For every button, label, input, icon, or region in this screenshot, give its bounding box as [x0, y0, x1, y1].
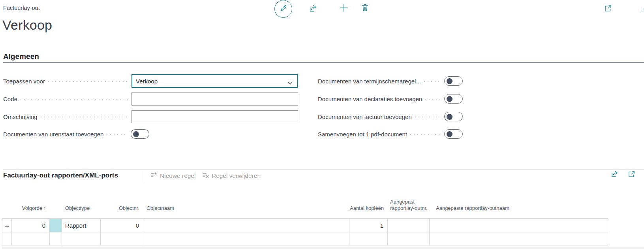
- col-header-aangepast-nr[interactable]: Aangepast rapportlay-outnr.: [388, 199, 430, 211]
- field-label: Code: [3, 96, 17, 102]
- field-row-declaraties: Documenten van declaraties toevoegen: [318, 92, 463, 106]
- cell-objectnr[interactable]: [101, 232, 143, 245]
- field-row-code: Code: [3, 92, 298, 106]
- termijnschema-toggle[interactable]: [444, 76, 463, 86]
- field-row-termijnschema: Documenten van termijnschemaregel...: [318, 74, 463, 88]
- field-label: Documenten van termijnschemaregel...: [318, 78, 421, 85]
- dotted-leader: [410, 134, 440, 135]
- field-row-samenvoegen: Samenvoegen tot 1 pdf-document: [318, 127, 463, 141]
- omschrijving-input[interactable]: [131, 110, 298, 123]
- grid-popout-button[interactable]: [627, 170, 636, 179]
- share-icon: [610, 170, 619, 179]
- table-row: [2, 232, 608, 245]
- edit-button[interactable]: [274, 0, 292, 18]
- col-header-objecttype[interactable]: Objecttype: [62, 205, 101, 211]
- section-divider: [3, 62, 644, 63]
- cell-objecttype[interactable]: [62, 232, 101, 245]
- col-header-volgorde[interactable]: Volgorde↑: [12, 205, 50, 211]
- vertical-divider: [144, 171, 144, 181]
- cell-row-indicator: [2, 232, 12, 245]
- page-title: Verkoop: [2, 17, 52, 33]
- new-line-button[interactable]: Nieuwe regel: [150, 172, 195, 180]
- subsection-top-divider: [3, 169, 644, 170]
- table-header-row: Volgorde↑ Objecttype Objectnr. Objectnaa…: [2, 194, 608, 214]
- combobox-value: Verkoop: [136, 78, 158, 85]
- delete-line-button[interactable]: Regel verwijderen: [202, 172, 261, 180]
- delete-line-icon: [202, 172, 209, 180]
- table-row: → 0 Rapport 0 1: [2, 219, 608, 232]
- cell-aantal-kopieen[interactable]: [349, 232, 388, 245]
- dotted-leader: [41, 117, 128, 117]
- cell-aantal-kopieen[interactable]: 1: [349, 219, 388, 232]
- chevron-down-icon: [287, 79, 293, 86]
- table-body: → 0 Rapport 0 1: [2, 219, 608, 245]
- new-line-label: Nieuwe regel: [160, 172, 195, 179]
- cell-objectnaam[interactable]: [143, 219, 349, 232]
- new-line-icon: [150, 172, 157, 180]
- pencil-icon: [279, 4, 288, 14]
- field-label: Documenten van declaraties toevoegen: [318, 96, 422, 102]
- col-header-objectnr[interactable]: Objectnr.: [101, 205, 143, 211]
- field-row-omschrijving: Omschrijving: [3, 110, 298, 123]
- cell-selection-indicator[interactable]: [50, 219, 62, 232]
- field-row-toepassen-voor: Toepassen voor Verkoop: [3, 74, 298, 88]
- cell-aangepast-naam[interactable]: [430, 219, 608, 232]
- delete-button[interactable]: [360, 3, 370, 13]
- popout-icon: [604, 4, 612, 14]
- section-header-algemeen[interactable]: Algemeen: [3, 52, 39, 61]
- delete-line-label: Regel verwijderen: [212, 172, 261, 179]
- page-caption: Factuurlay-out: [3, 5, 40, 11]
- add-button[interactable]: [338, 3, 349, 14]
- dotted-leader: [424, 81, 440, 82]
- cell-objecttype[interactable]: Rapport: [62, 219, 101, 232]
- share-button[interactable]: [308, 4, 318, 14]
- horizontal-scrollbar[interactable]: [2, 247, 644, 249]
- grid-share-button[interactable]: [610, 170, 619, 179]
- dotted-leader: [21, 99, 128, 100]
- cell-aangepast-naam[interactable]: [430, 232, 608, 245]
- dotted-leader: [415, 117, 440, 117]
- plus-icon: [339, 3, 349, 14]
- trash-icon: [360, 3, 370, 13]
- samenvoegen-toggle[interactable]: [444, 129, 463, 139]
- cell-volgorde[interactable]: 0: [12, 219, 50, 232]
- cell-volgorde[interactable]: [12, 232, 50, 245]
- urenstaat-toggle[interactable]: [131, 129, 149, 139]
- sort-ascending-icon: ↑: [43, 206, 46, 211]
- field-label: Samenvoegen tot 1 pdf-document: [318, 131, 407, 138]
- field-label: Toepassen voor: [3, 78, 45, 85]
- share-icon: [308, 4, 318, 14]
- field-label: Omschrijving: [3, 113, 38, 120]
- active-row-arrow-icon: →: [2, 219, 12, 232]
- popout-icon: [627, 170, 636, 179]
- open-in-new-window-button[interactable]: [603, 4, 612, 13]
- clipped-edge-icon[interactable]: [640, 6, 644, 15]
- col-header-aangepast-naam[interactable]: Aangepaste rapportlay-outnaam: [430, 205, 608, 211]
- declaraties-toggle[interactable]: [444, 94, 463, 104]
- cell-objectnaam[interactable]: [143, 232, 349, 245]
- col-header-objectnaam[interactable]: Objectnaam: [143, 205, 349, 211]
- cell-objectnr[interactable]: 0: [101, 219, 143, 232]
- toepassen-voor-combobox[interactable]: Verkoop: [131, 74, 298, 88]
- dotted-leader: [48, 81, 128, 82]
- field-row-factuur: Documenten van factuur toevoegen: [318, 110, 463, 123]
- factuur-toggle[interactable]: [444, 112, 463, 121]
- code-input[interactable]: [131, 92, 298, 106]
- dotted-leader: [107, 134, 127, 135]
- col-header-aantal-kopieen[interactable]: Aantal kopieën: [349, 205, 388, 211]
- cell-selection-indicator[interactable]: [50, 232, 62, 245]
- lines-section-title: Factuurlay-out rapporten/XML-ports: [3, 172, 118, 179]
- field-label: Documenten van factuur toevoegen: [318, 113, 412, 120]
- dotted-leader: [425, 99, 440, 100]
- cell-aangepast-nr[interactable]: [388, 219, 430, 232]
- cell-aangepast-nr[interactable]: [388, 232, 430, 245]
- field-label: Documenten van urenstaat toevoegen: [3, 131, 103, 138]
- field-row-urenstaat: Documenten van urenstaat toevoegen: [3, 127, 149, 141]
